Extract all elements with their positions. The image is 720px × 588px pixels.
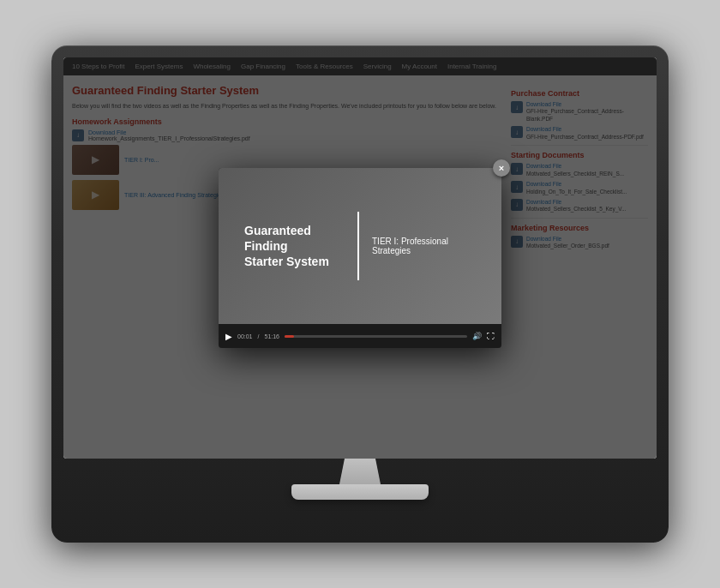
- play-button[interactable]: ▶: [225, 332, 232, 341]
- monitor-base: [291, 484, 429, 500]
- video-display-area: Guaranteed Finding Starter System TIER I…: [219, 168, 501, 324]
- video-controls-bar: ▶ 00:01 / 51:16 🔊 ⛶: [219, 324, 501, 348]
- video-title-divider: [357, 212, 359, 280]
- time-separator: /: [258, 333, 260, 339]
- monitor: 10 Steps to Profit Expert Systems Wholes…: [51, 45, 669, 543]
- current-time: 00:01: [237, 333, 253, 339]
- total-time: 51:16: [264, 333, 279, 339]
- volume-icon[interactable]: 🔊: [472, 332, 482, 340]
- monitor-neck: [334, 459, 386, 484]
- fullscreen-button[interactable]: ⛶: [487, 332, 495, 340]
- modal-overlay[interactable]: × Guaranteed Finding Starter System TIER…: [63, 57, 657, 459]
- video-main-title-line2: Starter System: [244, 254, 345, 269]
- video-title-block: Guaranteed Finding Starter System: [244, 223, 345, 270]
- video-player: Guaranteed Finding Starter System TIER I…: [219, 168, 501, 348]
- video-modal: × Guaranteed Finding Starter System TIER…: [219, 168, 501, 348]
- website-content: 10 Steps to Profit Expert Systems Wholes…: [63, 57, 657, 459]
- video-subtitle: TIER I: Professional Strategies: [372, 237, 476, 255]
- monitor-screen: 10 Steps to Profit Expert Systems Wholes…: [63, 57, 657, 459]
- progress-bar[interactable]: [285, 335, 467, 338]
- progress-fill: [285, 335, 294, 338]
- modal-close-button[interactable]: ×: [493, 159, 510, 177]
- video-main-title-line1: Guaranteed Finding: [244, 223, 345, 254]
